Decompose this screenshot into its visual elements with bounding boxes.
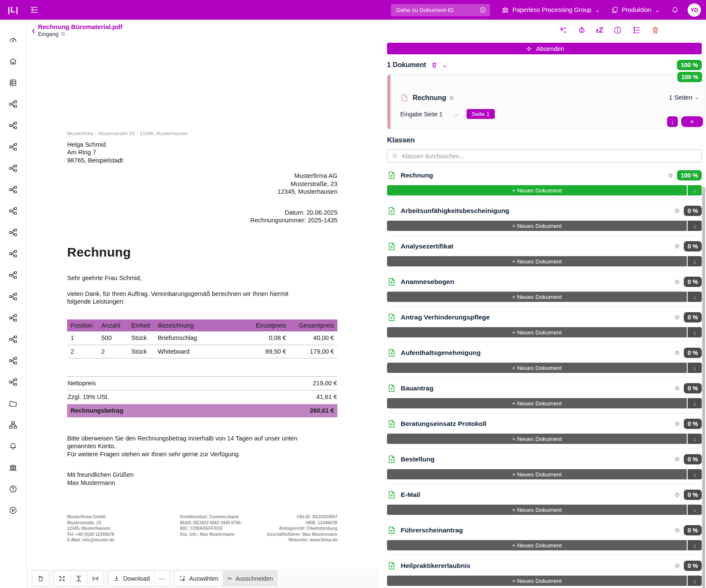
class-row[interactable]: Anamnesebogen ⚙ 0 % bbox=[387, 275, 702, 289]
gear-icon[interactable]: ⚙ bbox=[674, 527, 680, 533]
gear-icon[interactable]: ⚙ bbox=[674, 456, 680, 462]
class-row[interactable]: Bestellung ⚙ 0 % bbox=[387, 452, 702, 467]
pages-selector[interactable]: 1 Seiten ⌄ bbox=[669, 94, 699, 101]
group-selector[interactable]: Paperless Processing Group ⌄ bbox=[501, 6, 600, 14]
workflow-icon[interactable] bbox=[9, 356, 18, 365]
class-row[interactable]: Aufenthaltsgenehmigung ⚙ 0 % bbox=[387, 346, 702, 360]
sleep-icon[interactable]: zZ bbox=[596, 26, 603, 35]
workflow-icon[interactable] bbox=[9, 185, 18, 194]
move-to-class-button[interactable]: ↓ bbox=[688, 505, 702, 515]
play-icon[interactable] bbox=[9, 506, 18, 515]
back-icon[interactable]: ‹ bbox=[32, 26, 35, 35]
more-options-button[interactable]: ⋯ bbox=[154, 571, 169, 586]
gear-icon[interactable]: ⚙ bbox=[674, 350, 680, 356]
dashboard-icon[interactable] bbox=[9, 35, 18, 44]
help-icon[interactable] bbox=[9, 485, 18, 493]
workflow-icon[interactable] bbox=[9, 207, 18, 216]
folder-icon[interactable] bbox=[9, 399, 18, 408]
new-document-button[interactable]: + Neues Dokument bbox=[387, 505, 687, 515]
tree-icon[interactable] bbox=[632, 26, 641, 35]
move-to-class-button[interactable]: ↓ bbox=[688, 434, 702, 444]
trash-icon[interactable] bbox=[431, 62, 438, 69]
new-document-button[interactable]: + Neues Dokument bbox=[387, 363, 687, 373]
new-document-button[interactable]: + Neues Dokument bbox=[387, 256, 687, 266]
panel-scrollbar[interactable] bbox=[702, 187, 705, 588]
gear-icon[interactable]: ⚙ bbox=[674, 208, 680, 214]
select-tool-button[interactable]: Auswählen bbox=[174, 571, 223, 586]
class-row[interactable]: Rechnung ⚙ 100 % bbox=[387, 168, 702, 183]
new-document-button[interactable]: + Neues Dokument bbox=[387, 327, 687, 337]
document-title[interactable]: Rechnung Büromaterial.pdf bbox=[38, 23, 123, 30]
new-document-button[interactable]: + Neues Dokument bbox=[387, 434, 687, 444]
info-icon[interactable] bbox=[613, 26, 622, 35]
workflow-icon[interactable] bbox=[9, 142, 18, 151]
workflow-icon[interactable] bbox=[9, 164, 18, 173]
classes-search[interactable] bbox=[387, 149, 702, 163]
move-to-class-button[interactable]: ↓ bbox=[688, 292, 702, 302]
workflow-icon[interactable] bbox=[9, 271, 18, 280]
move-down-button[interactable]: ↓ bbox=[667, 116, 678, 127]
move-to-class-button[interactable]: ↓ bbox=[688, 221, 702, 231]
workflow-icon[interactable] bbox=[9, 228, 18, 237]
new-document-button[interactable]: + Neues Dokument bbox=[387, 540, 687, 550]
move-to-class-button[interactable]: ↓ bbox=[688, 363, 702, 373]
move-to-class-button[interactable]: ↓ bbox=[688, 185, 702, 195]
download-button[interactable]: Download bbox=[109, 571, 154, 586]
send-button[interactable]: Absenden bbox=[387, 43, 702, 54]
workflow-icon[interactable] bbox=[9, 378, 18, 387]
gear-icon[interactable]: ⚙ bbox=[674, 243, 680, 249]
new-document-button[interactable]: + Neues Dokument bbox=[387, 469, 687, 479]
new-document-button[interactable]: + Neues Dokument bbox=[387, 185, 687, 195]
bell-icon[interactable] bbox=[9, 442, 18, 451]
document-id-search[interactable] bbox=[391, 4, 490, 16]
class-row[interactable]: Heilpraktikererlaubnis ⚙ 0 % bbox=[387, 558, 702, 573]
workflow-icon[interactable] bbox=[9, 292, 18, 301]
class-row[interactable]: Beratungseinsatz Protokoll ⚙ 0 % bbox=[387, 417, 702, 431]
sparkles-icon[interactable] bbox=[558, 26, 567, 35]
gear-icon[interactable]: ⚙ bbox=[60, 31, 65, 37]
bank-icon[interactable] bbox=[9, 463, 18, 472]
class-row[interactable]: E-Mail ⚙ 0 % bbox=[387, 488, 702, 502]
notifications-bell-icon[interactable] bbox=[671, 6, 679, 14]
move-to-class-button[interactable]: ↓ bbox=[688, 398, 702, 408]
move-to-class-button[interactable]: ↓ bbox=[688, 469, 702, 479]
table-icon[interactable] bbox=[9, 78, 18, 87]
workflow-icon[interactable] bbox=[9, 249, 18, 258]
go-icon[interactable] bbox=[479, 6, 487, 14]
gear-icon[interactable]: ⚙ bbox=[674, 492, 680, 498]
gear-icon[interactable]: ⚙ bbox=[449, 95, 454, 101]
fit-width-button[interactable] bbox=[87, 571, 103, 586]
workflow-icon[interactable] bbox=[9, 100, 18, 109]
new-document-button[interactable]: + Neues Dokument bbox=[387, 398, 687, 408]
rotate-page-button[interactable] bbox=[32, 570, 49, 586]
gear-icon[interactable]: ⚙ bbox=[674, 385, 680, 391]
home-icon[interactable] bbox=[9, 57, 18, 66]
move-to-class-button[interactable]: ↓ bbox=[688, 576, 702, 586]
classes-search-input[interactable] bbox=[402, 153, 697, 160]
add-page-button[interactable]: + bbox=[681, 116, 703, 127]
document-id-search-input[interactable] bbox=[396, 7, 479, 13]
workflow-icon[interactable] bbox=[9, 335, 18, 344]
gear-icon[interactable]: ⚙ bbox=[674, 563, 680, 569]
class-row[interactable]: Analysezertifikat ⚙ 0 % bbox=[387, 239, 702, 254]
user-avatar[interactable]: YD bbox=[688, 3, 701, 17]
trash-icon[interactable] bbox=[651, 26, 660, 35]
gear-icon[interactable]: ⚙ bbox=[674, 421, 680, 427]
workflow-icon[interactable] bbox=[9, 121, 18, 130]
cut-tool-button[interactable]: ✂ Ausschneiden bbox=[223, 571, 278, 586]
new-document-button[interactable]: + Neues Dokument bbox=[387, 221, 687, 231]
move-to-class-button[interactable]: ↓ bbox=[688, 327, 702, 337]
new-document-button[interactable]: + Neues Dokument bbox=[387, 292, 687, 302]
class-row[interactable]: Führerscheinantrag ⚙ 0 % bbox=[387, 523, 702, 538]
gear-icon[interactable]: ⚙ bbox=[674, 279, 680, 285]
gear-icon[interactable]: ⚙ bbox=[668, 172, 674, 178]
workflow-icon[interactable] bbox=[9, 313, 18, 322]
robot-icon[interactable] bbox=[577, 26, 586, 35]
chevron-down-icon[interactable]: ⌄ bbox=[442, 61, 448, 69]
class-row[interactable]: Bauantrag ⚙ 0 % bbox=[387, 381, 702, 396]
class-row[interactable]: Antrag Verhinderungspflege ⚙ 0 % bbox=[387, 310, 702, 325]
move-to-class-button[interactable]: ↓ bbox=[688, 540, 702, 550]
fit-screen-button[interactable] bbox=[54, 571, 70, 586]
fit-height-button[interactable] bbox=[70, 571, 87, 586]
gear-icon[interactable]: ⚙ bbox=[674, 314, 680, 320]
